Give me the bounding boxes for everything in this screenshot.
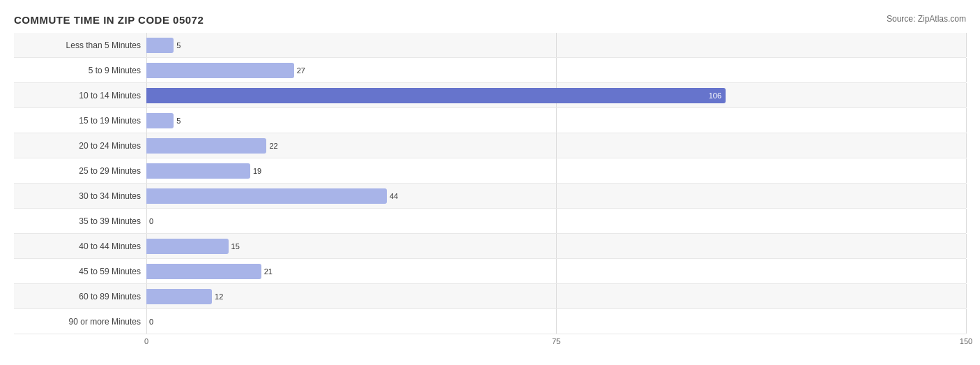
bar-value: 5	[176, 117, 181, 125]
x-axis-tick: 0	[144, 337, 148, 345]
bar-track: 106	[146, 83, 966, 107]
bar-track: 0	[146, 209, 966, 233]
bar-track: 5	[146, 33, 966, 57]
bar-label: 30 to 34 Minutes	[14, 191, 146, 201]
bar-value: 0	[149, 217, 153, 225]
bar-row: 10 to 14 Minutes106	[14, 83, 966, 108]
x-axis-tick: 75	[552, 337, 560, 345]
bars-area: Less than 5 Minutes55 to 9 Minutes2710 t…	[14, 33, 966, 334]
bar-label: 40 to 44 Minutes	[14, 241, 146, 251]
bar-row: 40 to 44 Minutes15	[14, 234, 966, 259]
bar-fill	[146, 63, 294, 78]
bar-label: 15 to 19 Minutes	[14, 116, 146, 126]
bar-track: 15	[146, 234, 966, 258]
bar-label: 90 or more Minutes	[14, 317, 146, 327]
bar-value: 15	[231, 242, 240, 251]
bar-value: 12	[215, 292, 223, 301]
bar-row: 60 to 89 Minutes12	[14, 284, 966, 309]
bar-label: 35 to 39 Minutes	[14, 216, 146, 226]
bar-value: 27	[297, 66, 305, 75]
bar-row: 30 to 34 Minutes44	[14, 184, 966, 209]
chart-source: Source: ZipAtlas.com	[887, 14, 966, 24]
bar-value: 21	[264, 267, 273, 276]
bar-fill	[146, 264, 261, 279]
bar-row: Less than 5 Minutes5	[14, 33, 966, 58]
bar-fill	[146, 163, 250, 179]
bar-track: 22	[146, 133, 966, 158]
bar-fill	[146, 138, 266, 154]
bar-fill: 106	[146, 88, 726, 103]
bar-label: 60 to 89 Minutes	[14, 292, 146, 301]
bar-label: 25 to 29 Minutes	[14, 166, 146, 176]
bar-value: 22	[269, 142, 277, 150]
bar-row: 20 to 24 Minutes22	[14, 133, 966, 158]
bar-row: 25 to 29 Minutes19	[14, 158, 966, 184]
bar-row: 45 to 59 Minutes21	[14, 259, 966, 284]
bar-track: 5	[146, 108, 966, 133]
x-axis-tick: 150	[960, 337, 972, 345]
bar-value: 0	[149, 318, 153, 326]
bar-track: 44	[146, 184, 966, 208]
bar-value: 44	[390, 192, 398, 200]
chart-title: COMMUTE TIME IN ZIP CODE 05072	[14, 14, 204, 26]
bar-fill	[146, 239, 229, 254]
bar-row: 35 to 39 Minutes0	[14, 209, 966, 234]
bar-row: 15 to 19 Minutes5	[14, 108, 966, 133]
bar-track: 19	[146, 158, 966, 183]
bar-track: 27	[146, 58, 966, 82]
bar-fill	[146, 38, 174, 53]
bar-value: 19	[253, 167, 261, 175]
bar-label: 10 to 14 Minutes	[14, 91, 146, 100]
chart-container: COMMUTE TIME IN ZIP CODE 05072 Source: Z…	[0, 0, 980, 365]
bar-fill	[146, 289, 212, 304]
bar-label: 45 to 59 Minutes	[14, 267, 146, 276]
bar-value: 106	[709, 91, 721, 100]
bar-label: Less than 5 Minutes	[14, 40, 146, 50]
bar-row: 90 or more Minutes0	[14, 309, 966, 334]
bar-fill	[146, 188, 387, 204]
bar-value: 5	[176, 41, 181, 50]
bar-fill	[146, 113, 174, 128]
chart-header: COMMUTE TIME IN ZIP CODE 05072 Source: Z…	[14, 14, 966, 26]
bar-track: 21	[146, 259, 966, 283]
x-axis: 075150	[146, 337, 966, 351]
bar-row: 5 to 9 Minutes27	[14, 58, 966, 83]
bar-track: 12	[146, 284, 966, 308]
bar-label: 20 to 24 Minutes	[14, 141, 146, 151]
bar-track: 0	[146, 309, 966, 334]
bar-label: 5 to 9 Minutes	[14, 66, 146, 75]
